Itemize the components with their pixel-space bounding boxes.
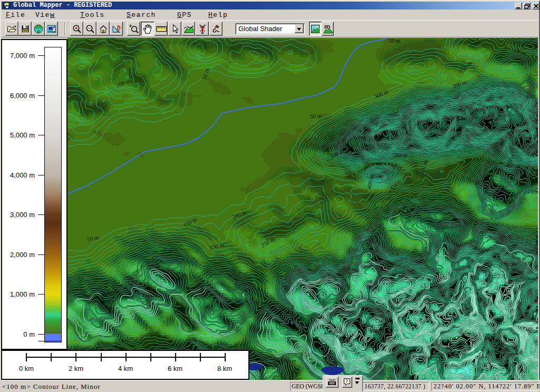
- svg-text:?: ?: [345, 378, 348, 384]
